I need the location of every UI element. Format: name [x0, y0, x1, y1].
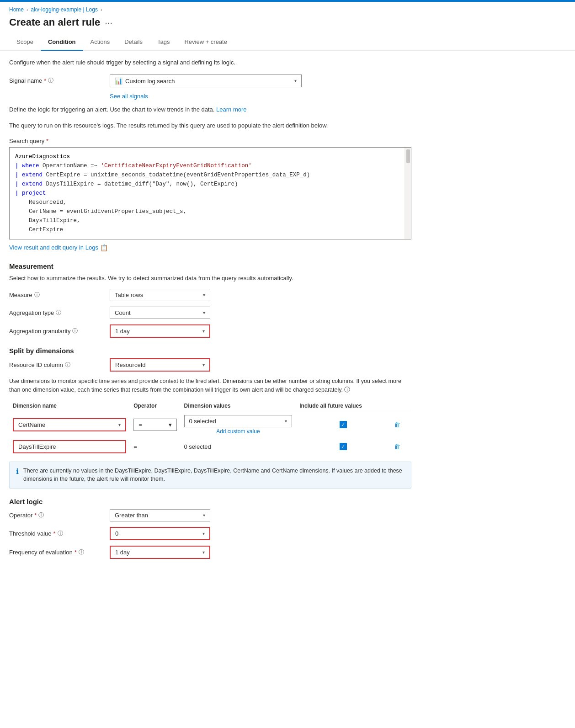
resource-id-info-icon[interactable]: ⓘ — [65, 361, 70, 369]
measure-row: Measure ⓘ Table rows ▾ — [9, 289, 411, 301]
measurement-title: Measurement — [9, 262, 411, 270]
certname-delete-icon[interactable]: 🗑 — [394, 421, 400, 428]
query-line-3: | extend CertExpire = unixtime_seconds_t… — [15, 170, 405, 180]
query-editor[interactable]: AzureDiagnostics | where OperationName =… — [9, 147, 411, 239]
operator-row: Operator * ⓘ Greater than ▾ — [9, 509, 411, 521]
daystillexpire-include-all-cell — [296, 437, 390, 456]
dimensions-table: Dimension name Operator Dimension values… — [9, 400, 411, 456]
frequency-select[interactable]: 1 day ▾ — [110, 546, 210, 559]
see-all-signals-link[interactable]: See all signals — [110, 93, 411, 100]
resource-id-select[interactable]: ResourceId ▾ — [110, 358, 210, 372]
certname-op-cell: = ▾ — [130, 412, 180, 437]
search-query-label: Search query * — [9, 138, 411, 144]
signal-name-row: Signal name * ⓘ 📊Custom log search ▾ — [9, 74, 411, 87]
resource-id-label: Resource ID column ⓘ — [9, 361, 110, 369]
dimension-info-text: Use dimensions to monitor specific time … — [9, 377, 411, 394]
logs-icon: 📋 — [100, 244, 108, 251]
dim-header-del — [390, 400, 411, 412]
query-editor-container: AzureDiagnostics | where OperationName =… — [9, 147, 411, 239]
daystillexpire-values-cell: 0 selected — [181, 437, 296, 456]
daystillexpire-delete-icon[interactable]: 🗑 — [394, 443, 400, 450]
query-scrollbar[interactable] — [405, 148, 411, 239]
page-title: Create an alert rule — [9, 16, 100, 28]
certname-include-all-checkbox[interactable] — [340, 421, 347, 428]
dim-header-name: Dimension name — [9, 400, 130, 412]
chevron-down-icon: ▾ — [118, 422, 121, 427]
chevron-down-icon: ▾ — [203, 310, 205, 315]
tab-scope[interactable]: Scope — [9, 34, 41, 51]
define-logic-text: Define the logic for triggering an alert… — [9, 105, 411, 114]
view-result-link[interactable]: View result and edit query in Logs 📋 — [9, 244, 108, 251]
learn-more-link[interactable]: Learn more — [216, 106, 246, 113]
certname-op-select[interactable]: = ▾ — [133, 419, 176, 431]
tab-tags[interactable]: Tags — [150, 34, 177, 51]
threshold-value-row: Threshold value * ⓘ 0 ▾ — [9, 527, 411, 540]
info-circle-icon: ℹ — [16, 467, 19, 484]
split-title: Split by dimensions — [9, 347, 411, 355]
breadcrumb-home[interactable]: Home — [9, 6, 24, 13]
daystillexpire-include-all-checkbox[interactable] — [340, 443, 347, 450]
certname-delete-cell: 🗑 — [390, 412, 411, 437]
tab-actions[interactable]: Actions — [83, 34, 117, 51]
chevron-down-icon: ▾ — [169, 421, 172, 428]
agg-type-info-icon[interactable]: ⓘ — [56, 309, 61, 317]
query-line-2: | where OperationName =~ 'CertificateNea… — [15, 161, 405, 170]
measurement-subtitle: Select how to summarize the results. We … — [9, 274, 411, 283]
threshold-value-label: Threshold value * ⓘ — [9, 530, 110, 537]
alert-logic-section: Alert logic Operator * ⓘ Greater than ▾ … — [9, 498, 411, 559]
chevron-down-icon: ▾ — [202, 531, 205, 536]
certname-dim-cell: CertName ▾ — [9, 412, 130, 437]
resource-id-row: Resource ID column ⓘ ResourceId ▾ — [9, 358, 411, 372]
certname-values-select[interactable]: 0 selected ▾ — [184, 415, 293, 427]
query-line-8: DaysTillExpire, — [15, 216, 405, 225]
threshold-value-input[interactable]: 0 ▾ — [110, 527, 210, 540]
chevron-down-icon: ▾ — [203, 513, 205, 518]
scrollbar-thumb — [406, 149, 410, 163]
query-line-4: | extend DaysTillExpire = datetime_diff(… — [15, 180, 405, 189]
tab-review-create[interactable]: Review + create — [177, 34, 234, 51]
operator-info-icon[interactable]: ⓘ — [38, 511, 44, 519]
measure-info-icon[interactable]: ⓘ — [34, 291, 40, 299]
chevron-down-icon: ▾ — [294, 78, 297, 83]
operator-select[interactable]: Greater than ▾ — [110, 509, 210, 521]
query-line-5: | project — [15, 189, 405, 198]
tab-bar: Scope Condition Actions Details Tags Rev… — [0, 34, 575, 51]
tab-details[interactable]: Details — [117, 34, 150, 51]
frequency-info-icon[interactable]: ⓘ — [79, 548, 84, 556]
aggregation-type-label: Aggregation type ⓘ — [9, 309, 110, 317]
dim-header-values: Dimension values — [181, 400, 296, 412]
query-resource-text: The query to run on this resource's logs… — [9, 121, 411, 130]
chevron-down-icon: ▾ — [202, 329, 205, 334]
aggregation-granularity-select[interactable]: 1 day ▾ — [110, 324, 210, 338]
query-line-6: ResourceId, — [15, 198, 405, 207]
certname-values-cell: 0 selected ▾ Add custom value — [181, 412, 296, 437]
tab-condition[interactable]: Condition — [41, 34, 83, 51]
certname-include-all-cell — [296, 412, 390, 437]
signal-name-info-icon[interactable]: ⓘ — [48, 77, 53, 85]
search-query-section: Search query * AzureDiagnostics | where … — [9, 138, 411, 239]
signal-name-label: Signal name * ⓘ — [9, 77, 110, 85]
daystillexpire-op: = — [133, 443, 137, 450]
add-custom-value-link[interactable]: Add custom value — [184, 428, 293, 435]
aggregation-type-select[interactable]: Count ▾ — [110, 307, 210, 319]
daystillexpire-dim-input[interactable]: DaysTillExpire — [13, 440, 126, 453]
signal-name-select[interactable]: 📊Custom log search ▾ — [110, 74, 302, 87]
query-line-1: AzureDiagnostics — [15, 152, 405, 161]
chevron-down-icon: ▾ — [285, 419, 287, 424]
split-by-dimensions-section: Split by dimensions Resource ID column ⓘ… — [9, 347, 411, 489]
dim-info-icon[interactable]: ⓘ — [344, 387, 350, 393]
threshold-info-icon[interactable]: ⓘ — [58, 530, 63, 537]
measure-select[interactable]: Table rows ▾ — [110, 289, 210, 301]
dim-header-future: Include all future values — [296, 400, 390, 412]
operator-label: Operator * ⓘ — [9, 511, 110, 519]
query-line-9: CertExpire — [15, 225, 405, 234]
daystillexpire-dim-cell: DaysTillExpire — [9, 437, 130, 456]
alert-logic-title: Alert logic — [9, 498, 411, 505]
agg-gran-info-icon[interactable]: ⓘ — [72, 327, 78, 335]
chevron-down-icon: ▾ — [202, 550, 205, 555]
more-options-icon[interactable]: ··· — [105, 17, 112, 28]
breadcrumb-resource[interactable]: akv-logging-example | Logs — [31, 6, 98, 13]
chevron-down-icon: ▾ — [203, 292, 205, 298]
certname-dim-select[interactable]: CertName ▾ — [13, 418, 126, 431]
measure-label: Measure ⓘ — [9, 291, 110, 299]
